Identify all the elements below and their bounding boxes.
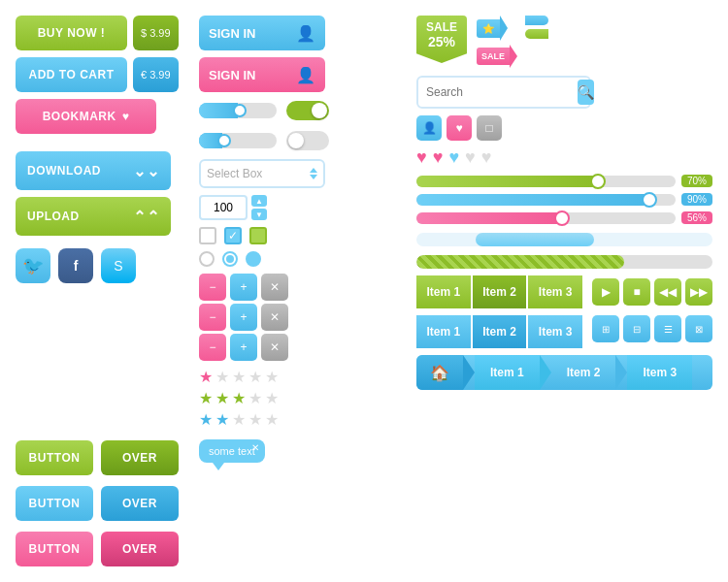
- tab-green-item-1[interactable]: Item 1: [416, 275, 471, 308]
- minus-icon-3[interactable]: −: [199, 334, 226, 361]
- breadcrumb-item-3[interactable]: Item 3: [627, 355, 692, 390]
- stop-button[interactable]: ■: [623, 278, 650, 306]
- star-filled[interactable]: ★: [215, 389, 229, 407]
- play-button[interactable]: ▶: [592, 278, 619, 306]
- checkbox-unchecked[interactable]: [199, 227, 216, 244]
- star-filled[interactable]: ★: [199, 389, 213, 407]
- search-button[interactable]: 🔍: [578, 80, 594, 105]
- checkbox-checked[interactable]: ✓: [224, 227, 242, 244]
- ribbon-blue: ⭐: [477, 16, 517, 41]
- star-empty[interactable]: ★: [215, 368, 229, 386]
- number-input-group: ▲ ▼: [199, 195, 403, 220]
- search-input[interactable]: [426, 85, 572, 99]
- upload-button[interactable]: UPLOAD ⌃⌃: [16, 197, 171, 236]
- star-empty[interactable]: ★: [248, 410, 262, 429]
- tab-green-item-3[interactable]: Item 3: [528, 275, 582, 308]
- star-empty[interactable]: ★: [265, 368, 279, 386]
- star-empty[interactable]: ★: [265, 410, 279, 429]
- increment-button[interactable]: ▲: [251, 195, 267, 207]
- progress-row-pink: 56%: [416, 211, 712, 224]
- progress-track-blue[interactable]: [416, 194, 676, 206]
- heart-filled-2[interactable]: ♥: [433, 147, 444, 168]
- x-icon-2[interactable]: ✕: [261, 304, 288, 331]
- stars-row-pink: ★ ★ ★ ★ ★: [199, 368, 403, 386]
- skype-icon[interactable]: S: [101, 248, 136, 283]
- plus-icon-3[interactable]: +: [230, 334, 257, 361]
- decrement-button[interactable]: ▼: [251, 209, 267, 220]
- heart-empty-1[interactable]: ♥: [465, 147, 476, 168]
- grid-view-button[interactable]: ⊞: [592, 315, 619, 342]
- progress-track-green[interactable]: [416, 176, 676, 187]
- x-icon-3[interactable]: ✕: [261, 334, 288, 361]
- progress-track-pink[interactable]: [416, 212, 676, 224]
- toggle-on[interactable]: [286, 101, 329, 120]
- buy-now-button[interactable]: BUY NOW !: [16, 16, 127, 50]
- star-filled[interactable]: ★: [199, 410, 213, 429]
- star-empty[interactable]: ★: [232, 410, 246, 429]
- list-view-button[interactable]: ☰: [654, 315, 681, 342]
- signin-pink-button[interactable]: SIGN IN 👤: [199, 57, 325, 92]
- media-controls: ▶ ■ ◀◀ ▶▶: [592, 275, 712, 308]
- star-filled[interactable]: ★: [199, 368, 213, 386]
- star-filled[interactable]: ★: [232, 389, 246, 407]
- plus-icon-2[interactable]: +: [230, 304, 257, 331]
- breadcrumb-item-1[interactable]: Item 1: [475, 355, 540, 390]
- star-filled[interactable]: ★: [215, 410, 229, 429]
- tag-blue: [525, 16, 548, 25]
- button-blue-over[interactable]: OVER: [101, 486, 179, 521]
- number-input[interactable]: [199, 195, 248, 220]
- heart-empty-2[interactable]: ♥: [481, 147, 492, 168]
- progress-label-green: 70%: [681, 175, 712, 187]
- button-green[interactable]: BUTTON: [16, 440, 93, 475]
- checkbox-filled[interactable]: [249, 227, 267, 244]
- heart-icon-btn[interactable]: ♥: [447, 115, 472, 141]
- plus-icon-1[interactable]: +: [230, 274, 257, 301]
- columns-view-button[interactable]: ⊠: [685, 315, 712, 342]
- profile-icon-btn[interactable]: 👤: [416, 115, 442, 141]
- breadcrumb-home[interactable]: 🏠: [416, 355, 463, 390]
- range-slider[interactable]: [199, 103, 277, 118]
- button-green-over[interactable]: OVER: [101, 440, 179, 475]
- toggle-off[interactable]: [286, 131, 329, 150]
- tooltip-close-icon[interactable]: ✕: [251, 442, 259, 453]
- tab-blue-item-1[interactable]: Item 1: [416, 315, 471, 348]
- breadcrumb-item-2[interactable]: Item 2: [551, 355, 616, 390]
- tab-green-item-2[interactable]: Item 2: [473, 275, 527, 308]
- radio-unchecked[interactable]: [199, 251, 215, 267]
- tab-blue-item-3[interactable]: Item 3: [528, 315, 582, 348]
- bookmark-button[interactable]: BOOKMARK ♥: [16, 99, 156, 134]
- signin-blue-button[interactable]: SIGN IN 👤: [199, 16, 325, 50]
- minus-icon-2[interactable]: −: [199, 304, 226, 331]
- square-icon-btn[interactable]: □: [477, 115, 502, 141]
- heart-filled-1[interactable]: ♥: [416, 147, 427, 168]
- social-icons-group: 🐦 f S: [16, 248, 185, 283]
- twitter-icon[interactable]: 🐦: [16, 248, 50, 283]
- heart-blue[interactable]: ♥: [448, 147, 459, 168]
- star-empty[interactable]: ★: [248, 389, 262, 407]
- progress-fill-green: [416, 176, 598, 187]
- star-empty[interactable]: ★: [232, 368, 246, 386]
- range-slider-2[interactable]: [199, 133, 277, 148]
- select-box[interactable]: Select Box: [199, 159, 325, 188]
- grid-view-button-2[interactable]: ⊟: [623, 315, 650, 342]
- radio-checked[interactable]: [222, 251, 238, 267]
- scrollbar-thumb[interactable]: [476, 233, 594, 246]
- bookmark-group: BOOKMARK ♥: [16, 99, 185, 134]
- rewind-button[interactable]: ◀◀: [654, 278, 681, 306]
- download-button[interactable]: DOWNLOAD ⌄⌄: [16, 151, 171, 190]
- button-pink-over[interactable]: OVER: [101, 532, 179, 566]
- star-empty[interactable]: ★: [248, 368, 262, 386]
- scrollbar-track[interactable]: [416, 233, 712, 246]
- facebook-icon[interactable]: f: [58, 248, 93, 283]
- fast-forward-button[interactable]: ▶▶: [685, 278, 712, 306]
- button-pink[interactable]: BUTTON: [16, 532, 93, 566]
- radio-blue[interactable]: [246, 251, 261, 267]
- minus-icon-1[interactable]: −: [199, 274, 226, 301]
- add-to-cart-button[interactable]: ADD TO CART: [16, 57, 127, 92]
- x-icon-1[interactable]: ✕: [261, 274, 288, 301]
- button-blue[interactable]: BUTTON: [16, 486, 93, 521]
- star-empty[interactable]: ★: [265, 389, 279, 407]
- button-row-blue: BUTTON OVER: [16, 486, 185, 521]
- tab-blue-item-2[interactable]: Item 2: [473, 315, 527, 348]
- tooltip-bubble: some text ✕: [199, 439, 265, 463]
